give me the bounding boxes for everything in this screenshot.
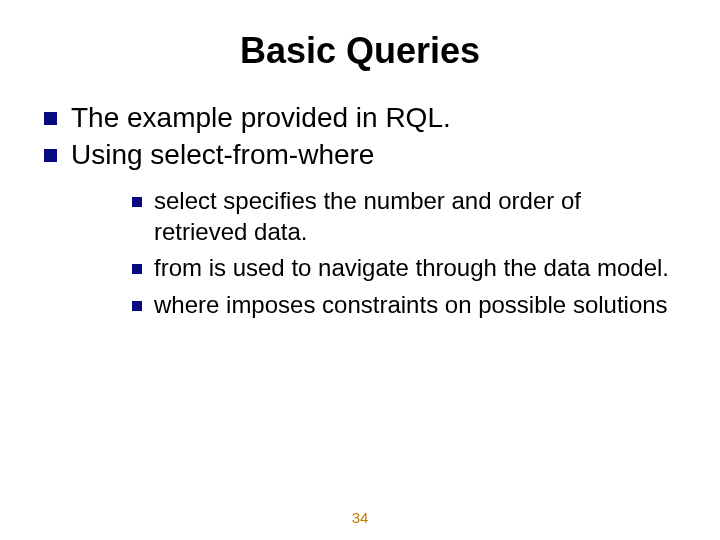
- inner-bullet-list: select specifies the number and order of…: [132, 186, 680, 321]
- keyword: select: [154, 187, 217, 214]
- list-item: select specifies the number and order of…: [132, 186, 680, 247]
- square-bullet-icon: [44, 112, 57, 125]
- square-bullet-icon: [132, 301, 142, 311]
- page-number: 34: [0, 509, 720, 526]
- list-item: from is used to navigate through the dat…: [132, 253, 680, 284]
- square-bullet-icon: [132, 264, 142, 274]
- keyword-desc: is used to navigate through the data mod…: [202, 254, 669, 281]
- square-bullet-icon: [132, 197, 142, 207]
- keyword-desc: specifies the number and order of retrie…: [154, 187, 581, 245]
- list-item: Using select-from-where: [44, 137, 680, 172]
- slide-title: Basic Queries: [40, 30, 680, 72]
- list-item-text: from is used to navigate through the dat…: [154, 253, 669, 284]
- square-bullet-icon: [44, 149, 57, 162]
- list-item-text: The example provided in RQL.: [71, 100, 451, 135]
- keyword: from: [154, 254, 202, 281]
- outer-bullet-list: The example provided in RQL. Using selec…: [44, 100, 680, 172]
- list-item: where imposes constraints on possible so…: [132, 290, 680, 321]
- keyword-desc: imposes constraints on possible solution…: [219, 291, 667, 318]
- list-item-text: select specifies the number and order of…: [154, 186, 680, 247]
- list-item: The example provided in RQL.: [44, 100, 680, 135]
- list-item-text: where imposes constraints on possible so…: [154, 290, 668, 321]
- list-item-text: Using select-from-where: [71, 137, 374, 172]
- slide: Basic Queries The example provided in RQ…: [0, 0, 720, 540]
- keyword: where: [154, 291, 219, 318]
